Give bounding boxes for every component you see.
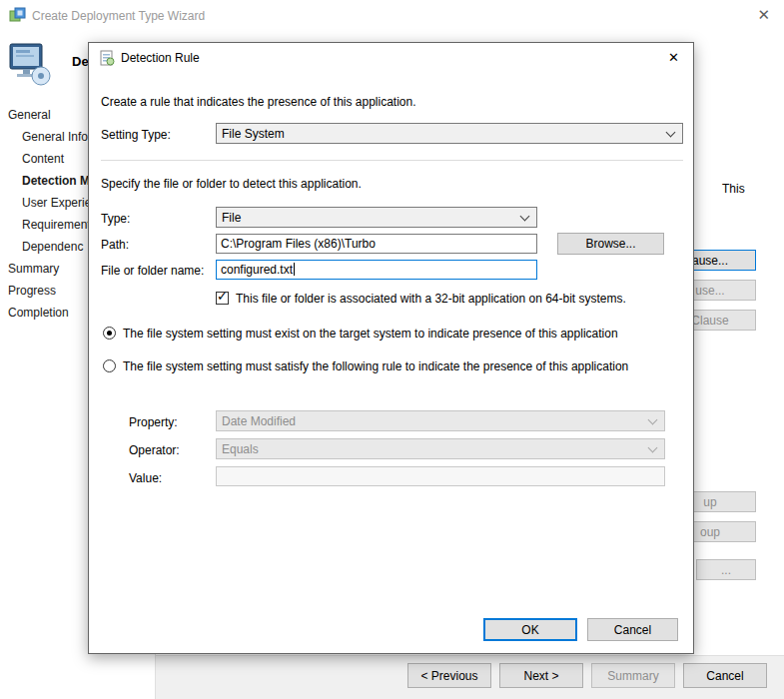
screen: Create Deployment Type Wizard ✕ De Gener… xyxy=(0,0,784,699)
assoc-32bit-checkbox[interactable]: ✓ xyxy=(216,292,229,305)
property-value: Date Modified xyxy=(222,414,296,428)
next-button[interactable]: Next > xyxy=(499,663,583,688)
dialog-title: Detection Rule xyxy=(121,51,200,65)
checkmark-icon: ✓ xyxy=(217,290,228,303)
sidebar-item-general[interactable]: General xyxy=(8,104,90,126)
text-cursor xyxy=(294,263,295,276)
sidebar-item-progress[interactable]: Progress xyxy=(8,280,90,302)
sidebar-item-general-information[interactable]: General Infor xyxy=(8,126,90,148)
sidebar-item-dependencies[interactable]: Dependenc xyxy=(8,236,90,258)
dialog-cancel-button[interactable]: Cancel xyxy=(587,618,678,641)
assoc-32bit-row: ✓ This file or folder is associated with… xyxy=(216,292,675,306)
operator-dropdown: Equals xyxy=(216,438,665,459)
window-title: Create Deployment Type Wizard xyxy=(32,9,205,23)
sidebar-item-summary[interactable]: Summary xyxy=(8,258,90,280)
must-satisfy-label: The file system setting must satisfy the… xyxy=(123,359,628,373)
section-instruction-text: Specify the file or folder to detect thi… xyxy=(101,177,362,191)
sidebar-item-content[interactable]: Content xyxy=(8,148,90,170)
wizard-sidebar: General General Infor Content Detection … xyxy=(8,104,90,324)
browse-button[interactable]: Browse... xyxy=(557,233,664,255)
chevron-down-icon xyxy=(520,212,530,222)
window-close-icon[interactable]: ✕ xyxy=(757,6,770,24)
operator-label: Operator: xyxy=(129,443,180,457)
property-dropdown: Date Modified xyxy=(216,410,665,431)
sidebar-item-requirements[interactable]: Requirement xyxy=(8,214,90,236)
page-heading-fragment: De xyxy=(72,54,89,69)
operator-value: Equals xyxy=(222,442,259,456)
must-exist-radio[interactable] xyxy=(103,327,116,340)
chevron-down-icon xyxy=(666,128,676,138)
value-input xyxy=(216,466,665,486)
window-titlebar: Create Deployment Type Wizard ✕ xyxy=(0,0,784,32)
wizard-footer: < Previous Next > Summary Cancel xyxy=(156,655,784,699)
type-value: File xyxy=(222,211,241,225)
deployment-type-icon xyxy=(6,40,54,88)
path-value: C:\Program Files (x86)\Turbo xyxy=(221,237,376,251)
dialog-titlebar: Detection Rule ✕ xyxy=(89,43,693,73)
sidebar-item-completion[interactable]: Completion xyxy=(8,302,90,324)
file-name-value: configured.txt xyxy=(221,263,293,277)
ellipsis-button: ... xyxy=(696,559,756,580)
setting-type-value: File System xyxy=(222,127,285,141)
path-input[interactable]: C:\Program Files (x86)\Turbo xyxy=(216,234,537,254)
path-label: Path: xyxy=(101,238,129,252)
property-label: Property: xyxy=(129,415,178,429)
previous-button[interactable]: < Previous xyxy=(407,663,491,688)
file-name-label: File or folder name: xyxy=(101,264,204,278)
file-name-input[interactable]: configured.txt xyxy=(216,260,537,280)
setting-type-label: Setting Type: xyxy=(101,128,171,142)
type-label: Type: xyxy=(101,212,130,226)
assoc-32bit-label: This file or folder is associated with a… xyxy=(236,292,626,306)
must-satisfy-row: The file system setting must satisfy the… xyxy=(103,359,682,373)
sidebar-item-user-experience[interactable]: User Experie xyxy=(8,192,90,214)
must-exist-row: The file system setting must exist on th… xyxy=(103,327,682,341)
detection-rule-icon xyxy=(99,50,115,66)
type-dropdown[interactable]: File xyxy=(216,207,537,228)
dialog-close-icon[interactable]: ✕ xyxy=(668,50,679,65)
section-divider xyxy=(101,160,683,161)
sidebar-item-detection-method[interactable]: Detection M xyxy=(8,170,90,192)
wizard-app-icon xyxy=(9,7,26,24)
value-label: Value: xyxy=(129,471,162,485)
summary-button: Summary xyxy=(591,663,675,688)
setting-type-dropdown[interactable]: File System xyxy=(216,123,683,144)
chevron-down-icon xyxy=(648,415,658,425)
wizard-cancel-button[interactable]: Cancel xyxy=(683,663,767,688)
background-text-fragment: This xyxy=(722,182,745,196)
ok-button[interactable]: OK xyxy=(483,618,577,641)
must-exist-label: The file system setting must exist on th… xyxy=(123,327,618,341)
dialog-intro-text: Create a rule that indicates the presenc… xyxy=(101,95,416,109)
chevron-down-icon xyxy=(648,443,658,453)
detection-rule-dialog: Detection Rule ✕ Create a rule that indi… xyxy=(88,42,694,654)
must-satisfy-radio[interactable] xyxy=(103,359,116,372)
